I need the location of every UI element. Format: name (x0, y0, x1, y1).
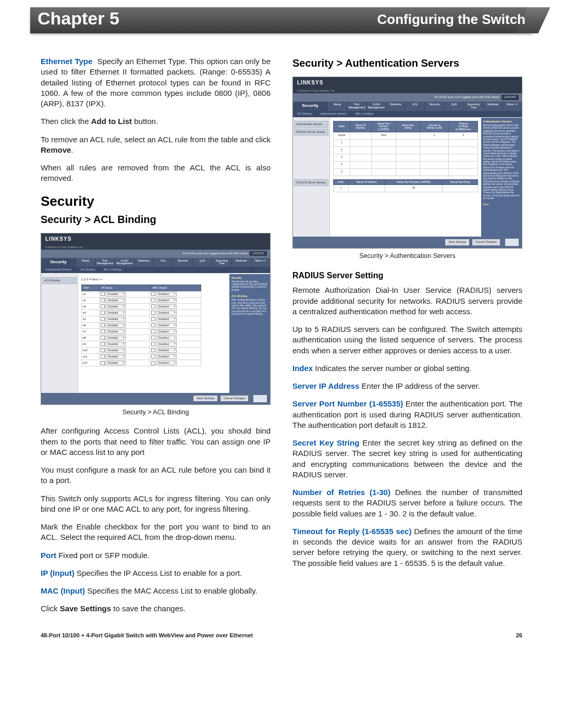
enable-checkbox[interactable] (151, 292, 155, 296)
table-row[interactable]: 3 (334, 154, 478, 161)
ip-acl-dropdown[interactable]: Disabled (105, 361, 126, 365)
mac-acl-dropdown[interactable]: Disabled (156, 304, 177, 309)
brand-logo: LINKSYS (293, 77, 522, 90)
mac-acl-dropdown[interactable]: Disabled (156, 329, 177, 334)
enable-checkbox[interactable] (101, 311, 105, 315)
enable-checkbox[interactable] (151, 348, 155, 352)
nav-tab[interactable]: Setup (327, 102, 347, 111)
nav-tab[interactable]: SpanningTree (463, 102, 483, 111)
subnav-item[interactable]: Authentication Servers (41, 267, 76, 273)
enable-checkbox[interactable] (151, 298, 155, 302)
ip-acl-dropdown[interactable]: Disabled (105, 317, 126, 322)
enable-checkbox[interactable] (101, 361, 105, 365)
table-row[interactable]: 149 (334, 185, 478, 192)
enable-checkbox[interactable] (101, 298, 105, 302)
enable-checkbox[interactable] (151, 342, 155, 346)
help-more-link[interactable]: More... (483, 203, 520, 206)
enable-checkbox[interactable] (101, 317, 105, 321)
logout-button[interactable]: LOGOUT (501, 95, 519, 100)
mac-acl-dropdown[interactable]: Disabled (156, 342, 177, 347)
mac-acl-dropdown[interactable]: Disabled (156, 317, 177, 322)
mac-acl-dropdown[interactable]: Disabled (156, 336, 177, 340)
enable-checkbox[interactable] (101, 304, 105, 309)
nav-tab[interactable]: VLANManagement (366, 102, 386, 111)
def-server-port: Server Port Number (1-65535) Enter the a… (292, 399, 522, 430)
enable-checkbox[interactable] (151, 336, 155, 340)
cancel-changes-button[interactable]: Cancel Changes (472, 239, 500, 245)
enable-checkbox[interactable] (151, 354, 155, 359)
nav-tab[interactable]: Security (173, 258, 192, 267)
nav-tab[interactable]: More >> (503, 102, 522, 111)
subnav-item[interactable]: ACL Binding (76, 267, 100, 273)
enable-checkbox[interactable] (101, 348, 105, 352)
enable-checkbox[interactable] (101, 323, 105, 327)
ip-acl-dropdown[interactable]: Disabled (105, 354, 126, 359)
sidebar-item-tacacs[interactable]: TACACS Server Setting (294, 179, 328, 186)
nav-tab[interactable]: Setup (76, 258, 95, 267)
nav-tab[interactable]: Multicast (231, 258, 250, 267)
enable-checkbox[interactable] (151, 361, 155, 365)
enable-checkbox[interactable] (101, 336, 105, 340)
ip-acl-dropdown[interactable]: Disabled (105, 348, 126, 353)
mac-acl-dropdown[interactable]: Disabled (156, 354, 177, 359)
nav-tab[interactable]: SpanningTree (212, 258, 231, 267)
radius-p1: Remote Authorization Dial-In User Servic… (292, 285, 522, 317)
nav-tab[interactable]: VLANManagement (115, 258, 134, 267)
nav-tab[interactable]: Security (424, 102, 444, 111)
mac-acl-dropdown[interactable]: Disabled (156, 298, 177, 303)
nav-tab[interactable]: Statistics (386, 102, 405, 111)
ip-acl-dropdown[interactable]: Disabled (105, 323, 126, 328)
mac-acl-dropdown[interactable]: Disabled (156, 311, 177, 315)
ip-acl-dropdown[interactable]: Disabled (105, 311, 126, 315)
enable-checkbox[interactable] (151, 317, 155, 321)
enable-checkbox[interactable] (151, 323, 155, 327)
nav-tab[interactable]: QoS (444, 102, 463, 111)
ip-acl-dropdown[interactable]: Disabled (105, 292, 126, 297)
enable-checkbox[interactable] (101, 354, 105, 359)
save-settings-button[interactable]: Save Settings (445, 239, 469, 245)
enable-checkbox[interactable] (101, 292, 105, 296)
nav-tab[interactable]: ACL (405, 102, 424, 111)
subnav-item[interactable]: 802.1x Settings (351, 111, 378, 117)
nav-tab[interactable]: Statistics (134, 258, 153, 267)
table-row[interactable]: 4 (334, 161, 478, 168)
enable-checkbox[interactable] (151, 311, 155, 315)
enable-checkbox[interactable] (101, 329, 105, 334)
nav-tab[interactable]: Multicast (483, 102, 502, 111)
sidebar-item-acl-binding[interactable]: ACL Binding (42, 277, 77, 284)
mac-acl-dropdown[interactable]: Disabled (156, 361, 177, 365)
sidebar-item-radius[interactable]: RADIUS Server Setting (294, 129, 328, 135)
logout-button[interactable]: LOGOUT (250, 251, 267, 256)
ip-acl-dropdown[interactable]: Disabled (105, 298, 126, 303)
nav-tab[interactable]: PortManagement (347, 102, 366, 111)
table-row[interactable]: 2 (334, 146, 478, 154)
ip-acl-dropdown[interactable]: Disabled (105, 304, 126, 309)
ip-acl-dropdown[interactable]: Disabled (105, 342, 126, 347)
nav-tab[interactable]: ACL (153, 258, 173, 267)
pager[interactable]: 1 2 3 4 Next >> (81, 277, 226, 281)
nav-section-label: Security (293, 102, 327, 111)
table-row[interactable]: 1 (334, 139, 478, 146)
save-settings-button[interactable]: Save Settings (193, 396, 217, 401)
enable-checkbox[interactable] (101, 342, 105, 346)
def-index: Index Indicates the server number or glo… (292, 363, 522, 374)
table-row[interactable]: 5 (334, 168, 478, 176)
mac-acl-dropdown[interactable]: Disabled (156, 292, 177, 297)
enable-checkbox[interactable] (151, 304, 155, 309)
mac-acl-dropdown[interactable]: Disabled (156, 348, 177, 353)
table-row[interactable]: Global181225 (334, 132, 478, 139)
mac-acl-dropdown[interactable]: Disabled (156, 323, 177, 328)
subnav-item[interactable]: ACL Binding (293, 111, 316, 117)
ip-acl-dropdown[interactable]: Disabled (105, 336, 126, 340)
table-row: e1 Disabled Disabled (82, 291, 201, 297)
nav-tab[interactable]: PortManagement (95, 258, 114, 267)
ip-acl-dropdown[interactable]: Disabled (105, 329, 126, 334)
nav-tab[interactable]: QoS (192, 258, 212, 267)
enable-checkbox[interactable] (151, 329, 155, 334)
table-row: e8 Disabled Disabled (82, 335, 201, 341)
cancel-changes-button[interactable]: Cancel Changes (221, 396, 248, 401)
subnav-item[interactable]: 802.1x Settings (100, 267, 126, 273)
acl-after-p3: This Switch only supports ACLs for ingre… (41, 493, 271, 515)
subnav-item[interactable]: Authentication Servers (316, 111, 351, 117)
nav-tab[interactable]: More >> (251, 258, 270, 267)
